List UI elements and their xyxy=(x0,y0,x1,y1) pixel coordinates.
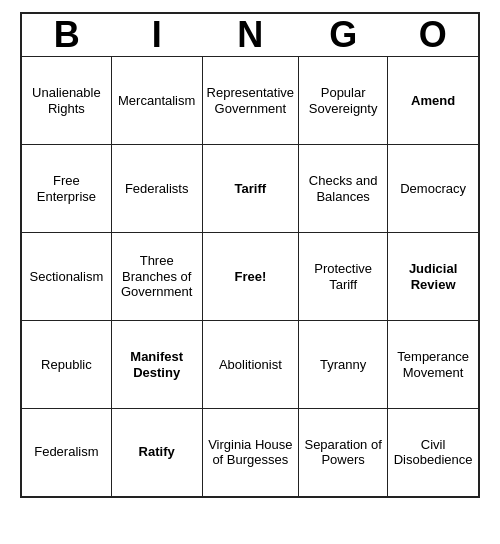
grid-cell-r0-c0: Unalienable Rights xyxy=(21,57,111,145)
grid-cell-r0-c4: Amend xyxy=(388,57,479,145)
grid-cell-r1-c4: Democracy xyxy=(388,145,479,233)
bingo-letter-i: I xyxy=(111,13,202,57)
grid-cell-r0-c1: Mercantalism xyxy=(111,57,202,145)
bingo-letter-o: O xyxy=(388,13,479,57)
bingo-grid: BINGO Unalienable RightsMercantalismRepr… xyxy=(20,12,480,498)
grid-cell-r4-c1: Ratify xyxy=(111,409,202,497)
grid-cell-r3-c0: Republic xyxy=(21,321,111,409)
grid-cell-r3-c4: Temperance Movement xyxy=(388,321,479,409)
table-row: SectionalismThree Branches of Government… xyxy=(21,233,479,321)
grid-cell-r0-c3: Popular Sovereignty xyxy=(299,57,388,145)
table-row: Unalienable RightsMercantalismRepresenta… xyxy=(21,57,479,145)
grid-cell-r1-c0: Free Enterprise xyxy=(21,145,111,233)
grid-cell-r3-c3: Tyranny xyxy=(299,321,388,409)
grid-cell-r2-c0: Sectionalism xyxy=(21,233,111,321)
table-row: RepublicManifest DestinyAbolitionistTyra… xyxy=(21,321,479,409)
grid-cell-r1-c2: Tariff xyxy=(202,145,298,233)
grid-cell-r4-c3: Separation of Powers xyxy=(299,409,388,497)
grid-cell-r4-c2: Virginia House of Burgesses xyxy=(202,409,298,497)
bingo-letter-n: N xyxy=(202,13,298,57)
grid-cell-r1-c1: Federalists xyxy=(111,145,202,233)
grid-cell-r2-c1: Three Branches of Government xyxy=(111,233,202,321)
grid-cell-r2-c4: Judicial Review xyxy=(388,233,479,321)
grid-cell-r4-c4: Civil Disobedience xyxy=(388,409,479,497)
grid-cell-r1-c3: Checks and Balances xyxy=(299,145,388,233)
bingo-title xyxy=(20,0,480,12)
bingo-letter-g: G xyxy=(299,13,388,57)
grid-cell-r3-c1: Manifest Destiny xyxy=(111,321,202,409)
bingo-letter-b: B xyxy=(21,13,111,57)
grid-cell-r2-c3: Protective Tariff xyxy=(299,233,388,321)
grid-cell-r4-c0: Federalism xyxy=(21,409,111,497)
grid-cell-r0-c2: Representative Government xyxy=(202,57,298,145)
grid-cell-r2-c2: Free! xyxy=(202,233,298,321)
table-row: Free EnterpriseFederalistsTariffChecks a… xyxy=(21,145,479,233)
grid-cell-r3-c2: Abolitionist xyxy=(202,321,298,409)
table-row: FederalismRatifyVirginia House of Burges… xyxy=(21,409,479,497)
